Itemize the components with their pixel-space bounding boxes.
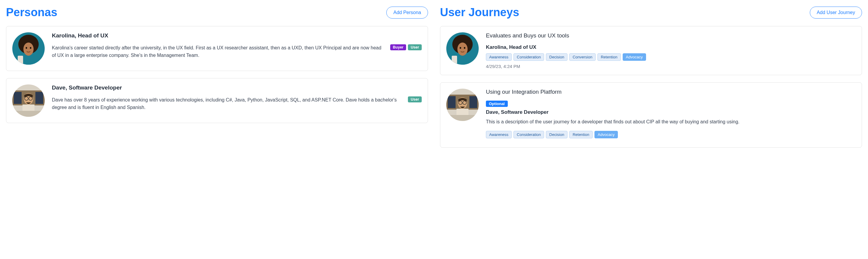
svg-rect-9: [14, 92, 22, 104]
user-tag: User: [408, 97, 422, 102]
journey-card[interactable]: Evaluates and Buys our UX tools Karolina…: [440, 26, 862, 75]
avatar: [12, 32, 45, 65]
persona-name: Karolina, Head of UX: [52, 32, 422, 39]
personas-column: Personas Add Persona Karolina, Head of U…: [6, 6, 428, 155]
stage-retention[interactable]: Retention: [597, 53, 621, 61]
svg-point-18: [457, 42, 468, 56]
journeys-header: User Journeys Add User Journey: [440, 6, 862, 19]
svg-rect-6: [18, 56, 23, 65]
journey-persona: Dave, Software Developer: [486, 109, 856, 115]
svg-rect-25: [448, 96, 456, 108]
journey-description: This is a description of the user journe…: [486, 118, 856, 125]
persona-name: Dave, Software Developer: [52, 84, 422, 91]
avatar: [12, 84, 45, 117]
journey-stages: Awareness Consideration Decision Retenti…: [486, 131, 856, 138]
stage-advocacy[interactable]: Advocacy: [623, 53, 646, 61]
journey-card[interactable]: Using our Integration Platform Optional …: [440, 82, 862, 148]
stage-decision[interactable]: Decision: [546, 131, 567, 138]
buyer-tag: Buyer: [390, 44, 406, 50]
svg-rect-10: [35, 92, 43, 104]
svg-rect-31: [446, 115, 479, 121]
svg-point-4: [30, 47, 31, 49]
stage-conversion[interactable]: Conversion: [569, 53, 596, 61]
optional-badge: Optional: [486, 101, 508, 107]
journeys-title: User Journeys: [440, 6, 519, 19]
journey-persona: Karolina, Head of UX: [486, 44, 856, 50]
persona-card[interactable]: Dave, Software Developer Dave has over 8…: [6, 78, 428, 123]
stage-consideration[interactable]: Consideration: [514, 53, 544, 61]
svg-rect-21: [456, 56, 469, 65]
svg-rect-22: [452, 56, 457, 65]
svg-point-2: [23, 42, 34, 56]
svg-rect-15: [12, 111, 45, 117]
persona-description: Karolina's career started directly after…: [52, 44, 385, 59]
journey-title: Evaluates and Buys our UX tools: [486, 32, 856, 39]
persona-card[interactable]: Karolina, Head of UX Karolina's career s…: [6, 26, 428, 71]
personas-title: Personas: [6, 6, 57, 19]
user-tag: User: [408, 44, 422, 50]
svg-point-3: [26, 47, 27, 49]
journeys-column: User Journeys Add User Journey Evaluates…: [440, 6, 862, 155]
svg-point-19: [460, 47, 461, 49]
stage-awareness[interactable]: Awareness: [486, 53, 512, 61]
stage-awareness[interactable]: Awareness: [486, 131, 512, 138]
journey-stages: Awareness Consideration Decision Convers…: [486, 53, 856, 61]
add-persona-button[interactable]: Add Persona: [386, 7, 428, 18]
svg-rect-5: [22, 56, 35, 65]
svg-rect-26: [469, 96, 477, 108]
svg-point-20: [464, 47, 465, 49]
avatar: [446, 88, 479, 121]
avatar: [446, 32, 479, 65]
stage-retention[interactable]: Retention: [569, 131, 593, 138]
journey-timestamp: 4/29/23, 4:24 PM: [486, 64, 856, 69]
persona-description: Dave has over 8 years of experience work…: [52, 97, 403, 111]
personas-header: Personas Add Persona: [6, 6, 428, 19]
stage-consideration[interactable]: Consideration: [514, 131, 544, 138]
stage-decision[interactable]: Decision: [546, 53, 567, 61]
journey-title: Using our Integration Platform: [486, 88, 856, 95]
stage-advocacy[interactable]: Advocacy: [594, 131, 618, 138]
add-journey-button[interactable]: Add User Journey: [810, 7, 862, 18]
